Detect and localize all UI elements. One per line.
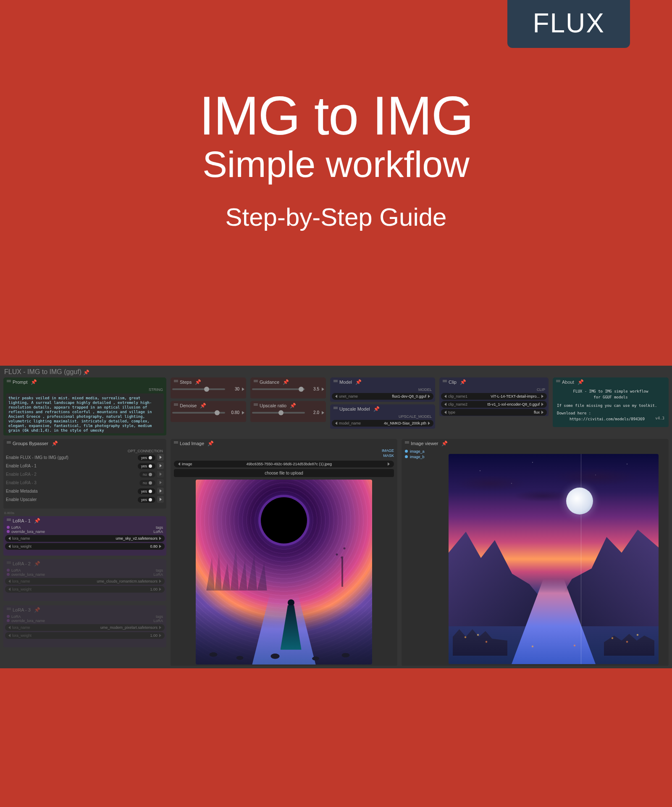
- chevron-right-icon[interactable]: [541, 403, 543, 406]
- chevron-left-icon[interactable]: [178, 462, 180, 466]
- chevron-right-icon[interactable]: [159, 626, 161, 629]
- node-model[interactable]: Model📌 MODEL unet_nameflux1-dev-Q8_0.ggu…: [330, 377, 435, 402]
- grip-icon[interactable]: [7, 519, 11, 523]
- grip-icon[interactable]: [333, 380, 338, 384]
- group-toggle-row[interactable]: Enable Upscaleryes: [3, 495, 166, 504]
- lora3-name-field[interactable]: lora_nameume_modern_pixelart.safetensors: [5, 624, 165, 631]
- lora3-weight-field[interactable]: lora_weight1.00: [5, 632, 165, 639]
- grip-icon[interactable]: [174, 441, 178, 446]
- chevron-right-icon[interactable]: [541, 411, 543, 414]
- socket-icon[interactable]: [405, 455, 408, 458]
- grip-icon[interactable]: [7, 380, 11, 384]
- node-load-image[interactable]: Load Image📌 IMAGEMASK image 49bc6355-755…: [171, 439, 397, 666]
- grip-icon[interactable]: [333, 407, 338, 411]
- arrow-right-icon[interactable]: [157, 488, 164, 494]
- chevron-left-icon[interactable]: [8, 537, 10, 540]
- chevron-right-icon[interactable]: [159, 634, 161, 637]
- choose-file-button[interactable]: choose file to upload: [174, 469, 394, 477]
- grip-icon[interactable]: [7, 562, 11, 566]
- chevron-right-icon[interactable]: [159, 545, 161, 548]
- socket-icon[interactable]: [7, 526, 10, 529]
- chevron-left-icon[interactable]: [335, 422, 337, 425]
- lora2-weight-field[interactable]: lora_weight1.00: [5, 586, 165, 593]
- lora1-weight-field[interactable]: lora_weight0.80: [5, 543, 165, 550]
- chevron-left-icon[interactable]: [444, 411, 446, 414]
- socket-icon[interactable]: [7, 569, 10, 572]
- load-image-filename[interactable]: image 49bc6355-7550-492c-98d6-214d53bde8…: [174, 461, 394, 467]
- chevron-right-icon[interactable]: [541, 395, 543, 398]
- play-icon[interactable]: [242, 411, 244, 414]
- chevron-right-icon[interactable]: [159, 580, 161, 583]
- grip-icon[interactable]: [254, 380, 258, 384]
- group-toggle-row[interactable]: Enable FLUX - IMG to IMG (gguf)yes: [3, 453, 166, 462]
- model-unet-field[interactable]: unet_nameflux1-dev-Q8_0.gguf: [332, 393, 433, 400]
- node-clip[interactable]: Clip📌 CLIP clip_name1ViT-L-14-TEXT-detai…: [439, 377, 549, 416]
- steps-slider[interactable]: [172, 388, 225, 390]
- grip-icon[interactable]: [405, 441, 409, 446]
- chevron-right-icon[interactable]: [159, 588, 161, 591]
- chevron-left-icon[interactable]: [335, 395, 337, 398]
- arrow-right-icon[interactable]: [157, 454, 164, 461]
- chevron-left-icon[interactable]: [8, 580, 10, 583]
- node-steps[interactable]: Steps📌 30: [171, 377, 246, 398]
- workflow-canvas[interactable]: FLUX - IMG to IMG (gguf)📌 Prompt📌 STRING…: [0, 366, 672, 668]
- chevron-left-icon[interactable]: [8, 634, 10, 637]
- chevron-right-icon[interactable]: [388, 462, 390, 466]
- chevron-right-icon[interactable]: [428, 422, 430, 425]
- group-toggle-row[interactable]: Enable LoRA - 2no: [3, 470, 166, 478]
- socket-icon[interactable]: [7, 619, 10, 622]
- chevron-right-icon[interactable]: [428, 395, 430, 398]
- node-groups-bypasser[interactable]: Groups Bypasser📌 OPT_CONNECTION Enable F…: [3, 439, 166, 509]
- group-toggle-row[interactable]: Enable Metadatayes: [3, 487, 166, 495]
- chevron-left-icon[interactable]: [444, 395, 446, 398]
- prompt-text[interactable]: their peaks veiled in mist. mixed media,…: [6, 393, 164, 433]
- group-toggle-row[interactable]: Enable LoRA - 1yes: [3, 462, 166, 470]
- lora2-name-field[interactable]: lora_nameume_clouds_romanticm.safetensor…: [5, 578, 165, 585]
- socket-icon[interactable]: [7, 573, 10, 576]
- grip-icon[interactable]: [174, 380, 178, 384]
- denoise-slider[interactable]: [172, 412, 225, 414]
- grip-icon[interactable]: [556, 380, 560, 384]
- socket-icon[interactable]: [405, 450, 408, 453]
- viewer-image[interactable]: [449, 454, 659, 664]
- node-guidance[interactable]: Guidance📌 3.5: [250, 377, 326, 398]
- grip-icon[interactable]: [7, 441, 11, 446]
- node-upscale-model[interactable]: Upscale Model📌 UPSCALE_MODEL model_name4…: [330, 404, 435, 429]
- chevron-left-icon[interactable]: [8, 545, 10, 548]
- play-icon[interactable]: [322, 388, 324, 391]
- compare-divider[interactable]: [581, 454, 581, 664]
- socket-icon[interactable]: [7, 615, 10, 618]
- load-image-preview[interactable]: [196, 480, 372, 665]
- upmodel-field[interactable]: model_name4x_NMKD-Siax_200k.pth: [332, 420, 433, 427]
- node-about[interactable]: About📌 FLUX - IMG to IMG simple workflow…: [553, 377, 669, 427]
- clip-name2-field[interactable]: clip_name2t5-v1_1-xxl-encoder-Q8_0.gguf: [441, 401, 547, 408]
- upratio-slider[interactable]: [252, 412, 305, 414]
- grip-icon[interactable]: [174, 404, 178, 408]
- node-image-viewer[interactable]: Image viewer📌 image_a image_b: [402, 439, 669, 666]
- chevron-right-icon[interactable]: [159, 537, 161, 540]
- chevron-left-icon[interactable]: [444, 403, 446, 406]
- arrow-right-icon[interactable]: [157, 471, 164, 477]
- socket-icon[interactable]: [7, 530, 10, 533]
- arrow-right-icon[interactable]: [157, 496, 164, 503]
- guidance-slider[interactable]: [252, 388, 305, 390]
- node-lora-3[interactable]: LoRA - 3📌 LoRAtags override_lora_nameLoR…: [3, 605, 166, 647]
- arrow-right-icon[interactable]: [157, 462, 164, 469]
- node-upscale-ratio[interactable]: Upscale ratio📌 2.0: [250, 401, 326, 422]
- node-prompt[interactable]: Prompt📌 STRING their peaks veiled in mis…: [3, 377, 166, 435]
- clip-type-field[interactable]: typeflux: [441, 409, 547, 416]
- chevron-left-icon[interactable]: [8, 626, 10, 629]
- grip-icon[interactable]: [443, 380, 447, 384]
- arrow-right-icon[interactable]: [157, 479, 164, 486]
- clip-name1-field[interactable]: clip_name1ViT-L-14-TEXT-detail-impro...: [441, 393, 547, 400]
- lora1-name-field[interactable]: lora_nameume_sky_v2.safetensors: [5, 535, 165, 542]
- node-lora-2[interactable]: LoRA - 2📌 LoRAtags override_lora_nameLoR…: [3, 559, 166, 601]
- play-icon[interactable]: [322, 411, 324, 414]
- group-toggle-row[interactable]: Enable LoRA - 3no: [3, 478, 166, 487]
- node-denoise[interactable]: Denoise📌 0.80: [171, 401, 246, 422]
- chevron-left-icon[interactable]: [8, 588, 10, 591]
- play-icon[interactable]: [242, 388, 244, 391]
- grip-icon[interactable]: [7, 608, 11, 612]
- grip-icon[interactable]: [254, 404, 258, 408]
- node-lora-1[interactable]: LoRA - 1📌 LoRAtags override_lora_nameLoR…: [3, 516, 166, 556]
